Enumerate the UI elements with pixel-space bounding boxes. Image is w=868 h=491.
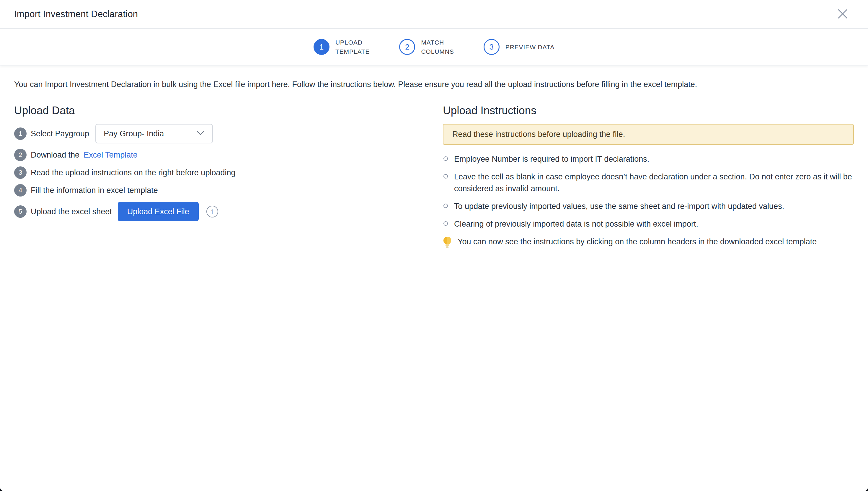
step-2-label: MATCH COLUMNS — [421, 38, 454, 56]
upload-sheet-label: Upload the excel sheet — [31, 207, 112, 216]
download-the-label: Download the — [31, 150, 79, 160]
modal-content: You can Import Investment Declaration in… — [0, 65, 868, 250]
instruction-item: To update previously imported values, us… — [443, 200, 854, 212]
paygroup-dropdown[interactable]: Pay Group- India — [95, 124, 213, 143]
excel-template-link[interactable]: Excel Template — [84, 150, 138, 160]
intro-text: You can Import Investment Declaration in… — [14, 79, 854, 90]
upload-step-row-1: 1 Select Paygroup Pay Group- India — [14, 124, 443, 143]
bullet-circle-icon — [444, 204, 448, 208]
read-instructions-label: Read the upload instructions on the righ… — [31, 168, 235, 177]
step-1-label: UPLOAD TEMPLATE — [335, 38, 370, 56]
instructions-callout: Read these instructions before uploading… — [443, 124, 854, 145]
lightbulb-icon — [443, 236, 452, 250]
instructions-list: Employee Number is required to import IT… — [443, 153, 854, 230]
stepper-step-preview-data[interactable]: 3 PREVIEW DATA — [484, 39, 555, 55]
page-title: Import Investment Declaration — [14, 9, 138, 20]
upload-instructions-section: Upload Instructions Read these instructi… — [443, 105, 854, 250]
chevron-down-icon — [196, 131, 204, 137]
info-icon[interactable]: i — [206, 206, 218, 218]
paygroup-dropdown-value: Pay Group- India — [104, 129, 164, 138]
upload-data-heading: Upload Data — [14, 105, 443, 117]
upload-instructions-heading: Upload Instructions — [443, 105, 854, 117]
close-icon — [837, 8, 848, 20]
close-button[interactable] — [836, 7, 850, 21]
step-number-badge: 2 — [14, 149, 27, 161]
modal-header: Import Investment Declaration — [0, 0, 868, 29]
stepper-step-upload-template[interactable]: 1 UPLOAD TEMPLATE — [313, 38, 370, 56]
step-number-badge: 5 — [14, 205, 27, 218]
instruction-item: Clearing of previously imported data is … — [443, 218, 854, 230]
upload-data-section: Upload Data 1 Select Paygroup Pay Group-… — [14, 105, 443, 250]
step-number-badge: 4 — [14, 184, 27, 197]
select-paygroup-label: Select Paygroup — [31, 129, 89, 138]
upload-step-row-5: 5 Upload the excel sheet Upload Excel Fi… — [14, 202, 443, 221]
step-3-label: PREVIEW DATA — [505, 42, 555, 52]
import-investment-declaration-modal: Import Investment Declaration 1 UPLOAD T… — [0, 0, 868, 491]
upload-step-row-4: 4 Fill the information in excel template — [14, 184, 443, 197]
upload-step-row-3: 3 Read the upload instructions on the ri… — [14, 167, 443, 179]
instruction-item: Employee Number is required to import IT… — [443, 153, 854, 165]
step-2-circle: 2 — [399, 39, 415, 55]
step-number-badge: 1 — [14, 127, 27, 140]
wizard-stepper: 1 UPLOAD TEMPLATE 2 MATCH COLUMNS 3 PREV… — [0, 29, 868, 65]
fill-information-label: Fill the information in excel template — [31, 186, 158, 195]
upload-excel-file-button[interactable]: Upload Excel File — [118, 202, 199, 221]
instruction-item: Leave the cell as blank in case employee… — [443, 171, 854, 195]
bullet-circle-icon — [444, 174, 448, 178]
bullet-circle-icon — [444, 156, 448, 161]
tip-row: You can now see the instructions by clic… — [443, 236, 854, 250]
tip-text: You can now see the instructions by clic… — [458, 236, 817, 248]
bullet-circle-icon — [444, 221, 448, 226]
stepper-step-match-columns[interactable]: 2 MATCH COLUMNS — [399, 38, 454, 56]
upload-step-row-2: 2 Download the Excel Template — [14, 149, 443, 161]
step-3-circle: 3 — [484, 39, 500, 55]
step-number-badge: 3 — [14, 167, 27, 179]
step-1-circle: 1 — [313, 39, 330, 55]
